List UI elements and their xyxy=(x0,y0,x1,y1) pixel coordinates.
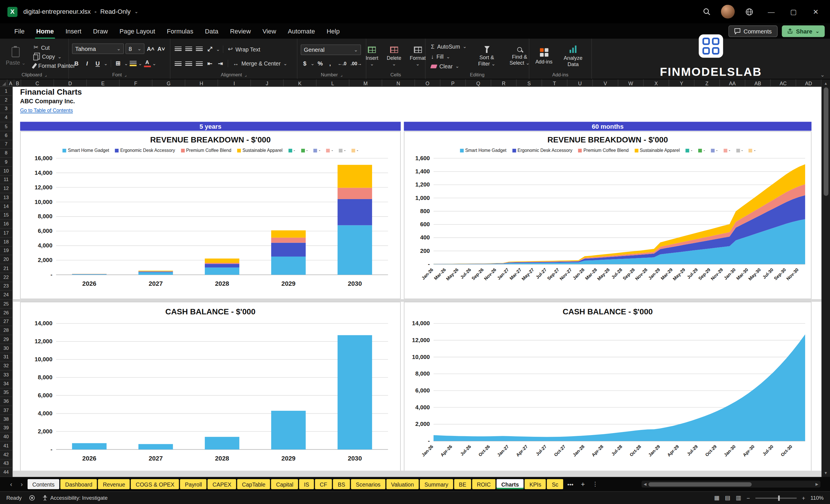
column-header[interactable]: F xyxy=(120,80,153,87)
percent-style-button[interactable]: % xyxy=(316,59,324,68)
wrap-text-button[interactable]: ↩Wrap Text xyxy=(226,45,262,53)
select-all-corner[interactable] xyxy=(0,80,7,87)
italic-button[interactable]: I xyxy=(83,59,92,68)
chevron-down-icon[interactable]: ⌄ xyxy=(134,9,138,14)
delete-cells-button[interactable]: Delete⌄ xyxy=(384,41,404,71)
align-right-icon[interactable] xyxy=(195,59,204,68)
row-header[interactable]: 41 xyxy=(0,442,12,450)
close-button[interactable]: ✕ xyxy=(806,3,826,20)
sort-filter-button[interactable]: Sort & Filter ⌄ xyxy=(472,41,502,71)
analyze-data-button[interactable]: Analyze Data xyxy=(558,41,588,71)
page-layout-view-icon[interactable]: ▤ xyxy=(725,495,731,501)
row-header[interactable]: 30 xyxy=(0,344,12,353)
chart-canvas-revenue-60m[interactable]: -2004006008001,0001,2001,4001,600Jan-26M… xyxy=(405,155,810,291)
column-header[interactable]: O xyxy=(415,80,441,87)
chevron-down-icon[interactable]: ⌄ xyxy=(152,61,156,66)
row-header[interactable]: 19 xyxy=(0,247,12,255)
ribbon-tab[interactable]: Review xyxy=(224,23,257,39)
ribbon-tab[interactable]: Formulas xyxy=(161,23,199,39)
ribbon-tab[interactable]: Automate xyxy=(282,23,321,39)
row-header[interactable]: 42 xyxy=(0,450,12,460)
row-header[interactable]: 8 xyxy=(0,149,12,158)
font-color-button[interactable]: A xyxy=(144,60,151,67)
row-header[interactable]: 39 xyxy=(0,424,12,433)
sheet-tab[interactable]: Charts xyxy=(497,479,524,489)
sheet-tab[interactable]: Dashboard xyxy=(60,479,97,489)
row-header[interactable]: 36 xyxy=(0,397,12,406)
column-header[interactable]: W xyxy=(618,80,644,87)
orientation-icon[interactable]: ⤢ xyxy=(205,44,214,54)
more-sheets-button[interactable]: ••• xyxy=(564,481,577,487)
row-header[interactable]: 25 xyxy=(0,300,12,309)
fill-button[interactable]: ↓Fill⌄ xyxy=(429,53,469,60)
sheet-tab[interactable]: COGS & OPEX xyxy=(131,479,179,489)
share-button[interactable]: Share ⌄ xyxy=(782,25,825,37)
row-header[interactable]: 40 xyxy=(0,433,12,442)
scroll-left-icon[interactable]: ◀ xyxy=(641,482,649,486)
ribbon-tab[interactable]: Page Layout xyxy=(114,23,161,39)
column-header[interactable]: M xyxy=(350,80,382,87)
sheet-tab[interactable]: KPIs xyxy=(525,479,546,489)
ribbon-tab[interactable]: View xyxy=(257,23,282,39)
font-name-combo[interactable]: Tahoma⌄ xyxy=(72,43,124,54)
row-header[interactable]: 29 xyxy=(0,335,12,344)
underline-button[interactable]: U xyxy=(93,59,102,68)
decrease-font-icon[interactable]: A˅ xyxy=(157,44,166,54)
sheet-tab[interactable]: BS xyxy=(333,479,350,489)
column-header[interactable]: AC xyxy=(771,80,796,87)
dialog-launcher-icon[interactable]: ⌟ xyxy=(245,72,247,77)
row-header[interactable]: 24 xyxy=(0,291,12,300)
column-header[interactable]: X xyxy=(644,80,669,87)
row-header[interactable]: 28 xyxy=(0,326,12,335)
comments-button[interactable]: Comments xyxy=(728,25,777,37)
ribbon-tab[interactable]: Home xyxy=(30,23,60,39)
toc-link[interactable]: Go to Table of Contents xyxy=(20,107,73,113)
column-header[interactable]: D xyxy=(54,80,87,87)
column-header[interactable]: R xyxy=(491,80,517,87)
zoom-in-icon[interactable]: + xyxy=(802,495,805,501)
sheet-tab[interactable]: CF xyxy=(315,479,332,489)
row-header[interactable]: 14 xyxy=(0,202,12,211)
bold-button[interactable]: B xyxy=(72,59,81,68)
align-bottom-icon[interactable] xyxy=(195,44,204,54)
merge-center-button[interactable]: ↔Merge & Center⌄ xyxy=(231,60,289,67)
addins-button[interactable]: Add-ins xyxy=(533,41,555,71)
sheet-tab[interactable]: Valuation xyxy=(386,479,419,489)
row-header[interactable]: 23 xyxy=(0,282,12,291)
dialog-launcher-icon[interactable]: ⌟ xyxy=(44,72,46,77)
row-header[interactable]: 22 xyxy=(0,273,12,282)
chart-revenue-5y[interactable]: REVENUE BREAKDOWN - $'000 Smart Home Gad… xyxy=(20,131,401,299)
row-header[interactable]: 38 xyxy=(0,415,12,424)
chevron-down-icon[interactable]: ⌄ xyxy=(104,61,108,66)
row-header[interactable]: 10 xyxy=(0,167,12,176)
column-header[interactable]: U xyxy=(568,80,593,87)
comma-style-button[interactable]: , xyxy=(326,59,334,68)
row-header[interactable]: 9 xyxy=(0,158,12,167)
scroll-up-icon[interactable]: ▲ xyxy=(824,80,828,88)
horizontal-scroll-thumb[interactable] xyxy=(649,482,752,486)
row-header[interactable]: 44 xyxy=(0,468,12,477)
column-header[interactable]: J xyxy=(251,80,284,87)
increase-decimal-button[interactable]: ←.0 xyxy=(336,59,348,68)
search-icon[interactable] xyxy=(697,3,717,20)
sheet-tab[interactable]: Payroll xyxy=(180,479,207,489)
row-header[interactable]: 31 xyxy=(0,353,12,362)
row-header[interactable]: 6 xyxy=(0,131,12,140)
column-header[interactable]: H xyxy=(185,80,218,87)
minimize-button[interactable]: — xyxy=(761,3,781,20)
ribbon-tab[interactable]: Insert xyxy=(60,23,87,39)
chevron-down-icon[interactable]: ⌄ xyxy=(216,46,220,52)
insert-cells-button[interactable]: Insert⌄ xyxy=(363,41,381,71)
tab-options-icon[interactable]: ⋮ xyxy=(589,481,602,488)
row-header[interactable]: 20 xyxy=(0,255,12,264)
globe-icon[interactable] xyxy=(739,3,759,20)
font-size-combo[interactable]: 8⌄ xyxy=(126,43,145,54)
horizontal-scrollbar[interactable]: ◀ ▶ xyxy=(641,481,821,488)
borders-button[interactable]: ⊞ xyxy=(114,59,122,68)
row-header[interactable]: 32 xyxy=(0,362,12,371)
scroll-down-icon[interactable]: ▼ xyxy=(824,469,828,477)
ribbon-tab[interactable]: Data xyxy=(199,23,224,39)
row-header[interactable]: 5 xyxy=(0,122,12,131)
dialog-launcher-icon[interactable]: ⌟ xyxy=(340,72,342,77)
row-header[interactable]: 12 xyxy=(0,185,12,193)
